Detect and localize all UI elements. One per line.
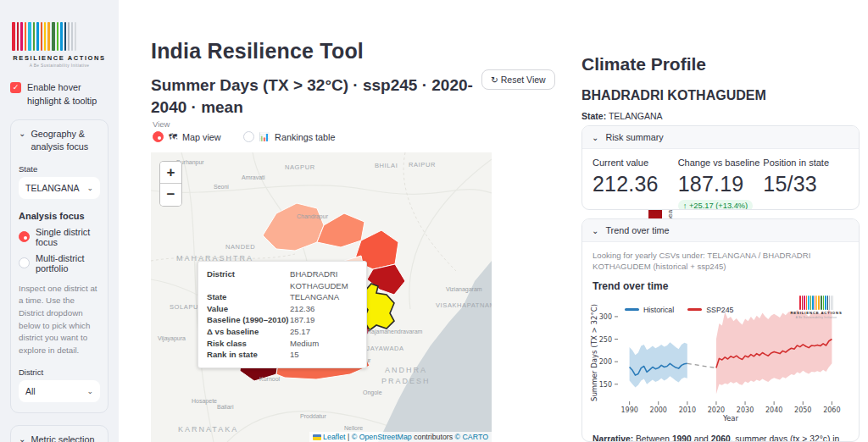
reset-view-button[interactable]: ↻ Reset View [481, 69, 555, 90]
carto-link[interactable]: © CARTO [455, 433, 488, 441]
risk-summary-label: Risk summary [605, 132, 663, 142]
attribution-separator: | [346, 433, 352, 441]
zoom-in-button[interactable]: + [160, 162, 181, 184]
svg-text:250: 250 [599, 335, 612, 343]
view-option-rankings[interactable]: 📊 Rankings table [243, 131, 336, 142]
view-label: View [153, 119, 170, 129]
analysis-help-text: Inspect one district at a time. Use the … [19, 283, 100, 357]
metric-change-vs-baseline: Change vs baseline 187.19 ↑ +25.17 (+13.… [678, 157, 764, 210]
tooltip-row: StateTELANGANA [207, 291, 358, 303]
chevron-down-icon: ⌄ [592, 133, 598, 142]
brand-logo-bars-icon [12, 22, 107, 51]
leaflet-map[interactable]: BurhanpurAmravatiSeoniNAGPURBHILAIRAIPUR… [151, 152, 492, 442]
trend-chart: 1502002503001990200020102020203020402050… [589, 296, 849, 423]
metric-expander-label: Metric selection [31, 434, 94, 442]
tooltip-value: Medium [290, 338, 319, 350]
tooltip-key: Risk class [207, 338, 290, 350]
svg-text:2040: 2040 [765, 406, 782, 414]
chevron-down-icon: ⌄ [86, 387, 93, 395]
chart-legend: Historical SSP245 [625, 306, 733, 314]
analysis-option-single[interactable]: Single district focus [19, 227, 100, 247]
main-content: India Resilience Tool Summer Days (TX > … [151, 0, 575, 442]
checkbox-checked-icon[interactable]: ✓ [10, 82, 21, 93]
chevron-down-icon: ⌄ [19, 434, 25, 442]
leaflet-link[interactable]: Leaflet [323, 433, 345, 441]
tooltip-value: 25.17 [290, 326, 310, 338]
tooltip-value: TELANGANA [290, 291, 339, 303]
map-emoji-icon: 🗺 [169, 132, 177, 141]
legend-label: SSP245 [706, 306, 733, 314]
map-attribution: Leaflet | © OpenStreetMap contributors ©… [309, 432, 492, 442]
district-polygon[interactable] [317, 213, 364, 247]
hover-tooltip-checkbox[interactable]: ✓ Enable hover highlight & tooltip [10, 81, 108, 108]
svg-text:2000: 2000 [650, 406, 667, 414]
view-option-map[interactable]: 🗺 Map view [153, 131, 221, 142]
analysis-option-multi[interactable]: Multi-district portfolio [19, 253, 100, 273]
chevron-down-icon: ⌄ [19, 128, 25, 153]
svg-text:300: 300 [599, 313, 612, 321]
tooltip-value: 212.36 [290, 303, 314, 315]
zoom-out-button[interactable]: − [160, 184, 181, 206]
tooltip-value: BHADRADRI KOTHAGUDEM [290, 268, 358, 291]
metric-position-in-state: Position in state 15/33 [763, 157, 849, 210]
tooltip-key: Rank in state [207, 349, 290, 361]
tooltip-key: District [207, 268, 290, 291]
tooltip-key: State [207, 291, 290, 303]
radio-unselected-icon[interactable] [243, 131, 254, 142]
radio-unselected-icon[interactable] [19, 257, 30, 268]
view-radio-group: 🗺 Map view 📊 Rankings table [153, 131, 336, 142]
brand-logo-tagline: A Be Sustainability Initiative [10, 64, 108, 68]
risk-metrics: Current value 212.36 Change vs baseline … [582, 149, 859, 210]
geography-expander: ⌄ Geography & analysis focus State TELAN… [10, 119, 108, 412]
leaflet-flag-icon [313, 434, 321, 440]
geography-expander-header[interactable]: ⌄ Geography & analysis focus [19, 128, 100, 153]
narrative-text: Narrative: Between 1990 and 2060, summer… [582, 423, 859, 442]
profile-state-value: TELANGANA [609, 111, 663, 121]
osm-link[interactable]: © OpenStreetMap [352, 433, 412, 441]
metric-expander: ⌄ Metric selection Metric selection Inde… [10, 425, 108, 442]
legend-line-swatch [687, 308, 702, 311]
climate-profile-panel: Climate Profile BHADRADRI KOTHAGUDEM Sta… [581, 0, 860, 442]
state-label: State [19, 164, 100, 174]
legend-historical: Historical [625, 306, 674, 314]
metric-label: Current value [593, 157, 678, 168]
climate-profile-title: Climate Profile [581, 54, 706, 75]
tooltip-key: Value [207, 303, 290, 315]
trend-header[interactable]: ⌄ Trend over time [582, 219, 859, 242]
analysis-option-multi-label: Multi-district portfolio [36, 253, 100, 273]
tooltip-row: Value212.36 [207, 303, 358, 315]
risk-summary-header[interactable]: ⌄ Risk summary [582, 126, 859, 149]
svg-text:2060: 2060 [823, 406, 840, 414]
trend-expander: ⌄ Trend over time Looking for yearly CSV… [581, 218, 860, 442]
radio-selected-icon[interactable] [19, 231, 30, 242]
chevron-down-icon: ⌄ [592, 226, 598, 235]
metric-label: Position in state [763, 157, 849, 168]
svg-text:Year: Year [722, 414, 739, 423]
profile-state: State: TELANGANA [581, 111, 663, 121]
trend-caption: Looking for yearly CSVs under: TELANGANA… [582, 242, 859, 273]
view-option-map-label: Map view [182, 132, 221, 142]
risk-summary-expander: ⌄ Risk summary Current value 212.36 Chan… [581, 125, 860, 210]
metric-current-value: Current value 212.36 [593, 157, 678, 210]
metric-expander-header[interactable]: ⌄ Metric selection [19, 434, 100, 442]
svg-text:200: 200 [599, 358, 612, 366]
geography-expander-label: Geography & analysis focus [31, 128, 100, 153]
profile-district-name: BHADRADRI KOTHAGUDEM [581, 88, 766, 103]
metric-label: Change vs baseline [678, 157, 764, 168]
district-polygon[interactable] [263, 203, 324, 251]
tooltip-row: DistrictBHADRADRI KOTHAGUDEM [207, 268, 358, 291]
radio-selected-icon[interactable] [153, 131, 164, 142]
tooltip-row: Baseline (1990–2010)187.19 [207, 314, 358, 326]
chart-watermark-logo: RESILIENCE ACTIONS A Be Sustainability I… [786, 296, 847, 320]
district-select[interactable]: All ⌄ [19, 380, 100, 402]
svg-text:150: 150 [599, 381, 612, 389]
brand-logo-title: RESILIENCE ACTIONS [786, 311, 847, 315]
state-select[interactable]: TELANGANA ⌄ [19, 177, 100, 199]
brand-logo: RESILIENCE ACTIONS A Be Sustainability I… [10, 22, 108, 68]
brand-logo-tagline: A Be Sustainability Initiative [786, 316, 847, 319]
svg-text:2020: 2020 [708, 406, 725, 414]
brand-logo-bars-icon [787, 296, 845, 310]
tooltip-row: Rank in state15 [207, 349, 358, 361]
analysis-option-single-label: Single district focus [36, 227, 100, 247]
svg-text:Summer Days (TX > 32°C): Summer Days (TX > 32°C) [590, 304, 598, 401]
